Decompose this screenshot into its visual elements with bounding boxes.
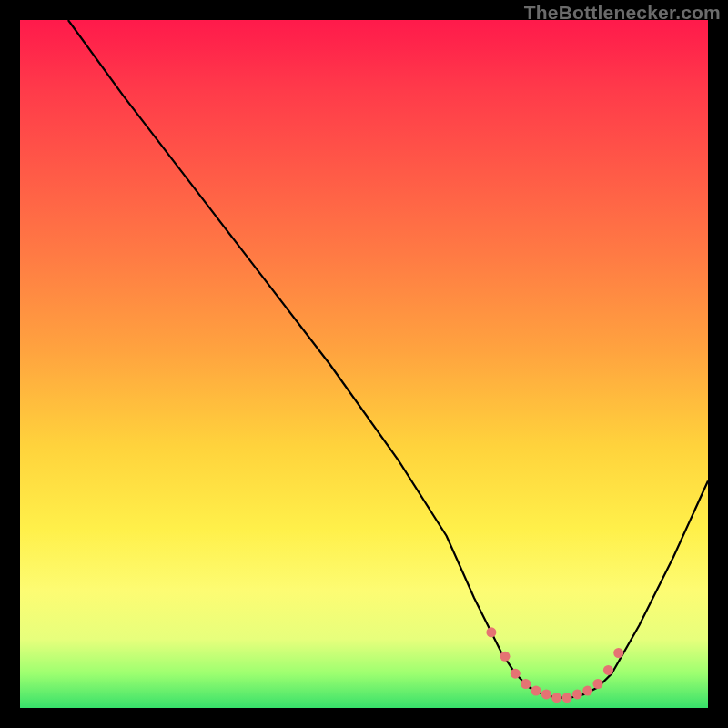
optimal-marker [551,693,561,703]
chart-frame: TheBottlenecker.com [0,0,728,728]
bottleneck-chart [20,20,708,708]
optimal-marker [593,679,603,689]
optimal-marker [613,648,623,658]
optimal-marker [500,652,511,662]
optimal-marker [582,686,592,696]
watermark-text: TheBottlenecker.com [524,2,721,24]
curve-line [68,20,708,698]
optimal-marker [531,686,541,696]
optimal-marker [603,665,613,675]
optimal-marker [521,679,531,689]
chart-plot-area [20,20,708,708]
optimal-marker [541,689,551,699]
optimal-marker [486,627,496,637]
optimal-marker [511,669,521,679]
optimal-marker [562,693,572,703]
optimal-marker [572,689,582,699]
optimal-range-markers [486,627,623,703]
